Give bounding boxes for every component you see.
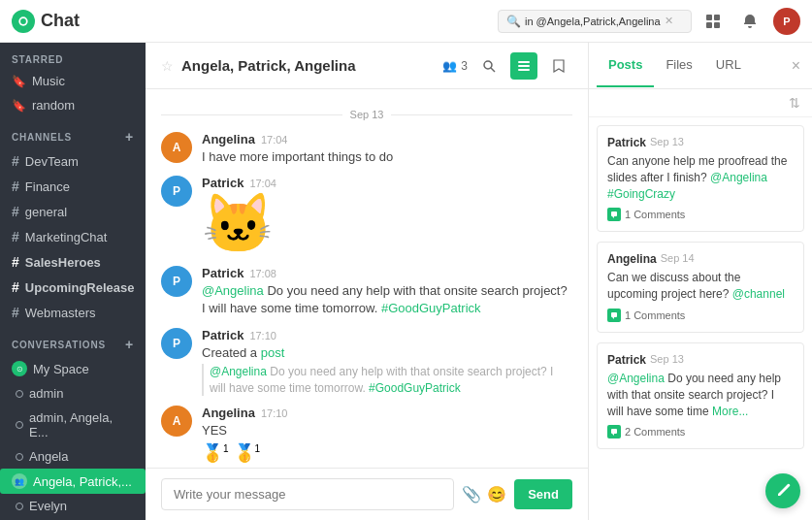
add-channel-icon[interactable]: + bbox=[125, 129, 134, 145]
sidebar-item-marketingchat[interactable]: # MarketingChat bbox=[0, 224, 146, 249]
sidebar-item-music[interactable]: 🔖 Music bbox=[0, 69, 146, 93]
message-text: Created a post bbox=[202, 344, 572, 362]
search-clear-icon[interactable]: ✕ bbox=[665, 15, 673, 27]
filter-icon[interactable]: ⇅ bbox=[789, 95, 800, 111]
bookmark-chat-icon[interactable] bbox=[545, 52, 572, 80]
right-panel: Posts Files URL × ⇅ Patrick Sep 13 Can a… bbox=[589, 43, 812, 520]
message-avatar: P bbox=[161, 176, 192, 207]
conversation-avatar: 👥 bbox=[12, 473, 27, 489]
svg-rect-5 bbox=[714, 22, 720, 28]
post-link[interactable]: post bbox=[261, 345, 285, 360]
sidebar-item-label: admin bbox=[29, 386, 63, 401]
post-text: Can we discuss about the upcoming projec… bbox=[607, 270, 794, 303]
sidebar-item-label: random bbox=[32, 98, 75, 113]
main-layout: STARRED 🔖 Music 🔖 random CHANNELS + # De… bbox=[0, 43, 812, 520]
chat-area: ☆ Angela, Patrick, Angelina 👥 3 Sep bbox=[146, 43, 589, 520]
emoji-icon[interactable]: 😊 bbox=[487, 485, 506, 504]
sidebar-item-upcomingrelease[interactable]: # UpcomingRelease bbox=[0, 275, 146, 300]
message-time: 17:08 bbox=[249, 268, 276, 279]
svg-point-1 bbox=[20, 18, 26, 24]
comment-count: 1 Comments bbox=[625, 209, 685, 220]
svg-rect-10 bbox=[518, 69, 530, 71]
search-input[interactable] bbox=[525, 16, 661, 27]
conversation-status bbox=[16, 421, 23, 429]
tab-files[interactable]: Files bbox=[654, 44, 703, 87]
sidebar-item-label: My Space bbox=[33, 362, 89, 376]
sidebar-item-random[interactable]: 🔖 random bbox=[0, 93, 146, 117]
message-text: I have more important things to do bbox=[202, 148, 572, 166]
sidebar-item-evelyn[interactable]: Evelyn bbox=[0, 494, 146, 518]
sidebar-item-general[interactable]: # general bbox=[0, 199, 146, 224]
chat-title: Angela, Patrick, Angelina bbox=[181, 57, 435, 74]
hashtag-link[interactable]: #GoodGuyPatrick bbox=[369, 381, 461, 395]
message-row: P Patrick 17:08 @Angelina Do you need an… bbox=[161, 266, 572, 317]
sidebar-item-finance[interactable]: # Finance bbox=[0, 174, 146, 199]
message-time: 17:04 bbox=[249, 178, 276, 189]
add-conversation-icon[interactable]: + bbox=[125, 337, 134, 352]
message-avatar: A bbox=[161, 406, 192, 437]
tab-posts[interactable]: Posts bbox=[597, 44, 654, 87]
search-bar[interactable]: 🔍 ✕ bbox=[498, 10, 692, 33]
post-date: Sep 13 bbox=[650, 136, 684, 149]
mention-link[interactable]: @Angelina bbox=[710, 171, 767, 184]
post-author: Patrick bbox=[607, 136, 646, 149]
post-card: Angelina Sep 14 Can we discuss about the… bbox=[597, 242, 804, 333]
more-link[interactable]: More... bbox=[712, 405, 748, 418]
svg-marker-12 bbox=[612, 216, 614, 218]
kebab-icon[interactable] bbox=[510, 52, 537, 80]
message-avatar: P bbox=[161, 266, 192, 297]
hashtag-link[interactable]: #GoodGuyPatrick bbox=[381, 301, 481, 315]
svg-rect-9 bbox=[518, 65, 530, 67]
panel-tabs: Posts Files URL bbox=[597, 44, 788, 87]
message-header: Angelina 17:04 bbox=[202, 132, 572, 146]
sidebar-item-admin-angela[interactable]: admin, Angela, E... bbox=[0, 406, 146, 444]
panel-close-icon[interactable]: × bbox=[788, 53, 804, 79]
conversations-section-title: CONVERSATIONS + bbox=[0, 325, 146, 356]
sidebar-item-devteam[interactable]: # DevTeam bbox=[0, 148, 146, 174]
bell-icon[interactable] bbox=[736, 8, 763, 35]
sidebar-item-webmasters[interactable]: # Webmasters bbox=[0, 300, 146, 325]
hash-icon: # bbox=[12, 153, 19, 169]
post-card: Patrick Sep 13 Can anyone help me proofr… bbox=[597, 125, 804, 232]
hashtag-link[interactable]: #GoingCrazy bbox=[607, 187, 675, 201]
search-chat-icon[interactable] bbox=[475, 52, 503, 80]
compose-fab[interactable] bbox=[765, 473, 800, 508]
message-text: @Angelina Do you need any help with that… bbox=[202, 282, 572, 317]
message-input[interactable] bbox=[161, 478, 454, 510]
sidebar-item-angela-patrick[interactable]: 👥 Angela, Patrick,... bbox=[0, 469, 146, 494]
app-title: Chat bbox=[41, 11, 80, 31]
sidebar-item-label: Webmasters bbox=[25, 306, 96, 320]
sidebar-item-admin1[interactable]: admin bbox=[0, 381, 146, 406]
send-button[interactable]: Send bbox=[514, 479, 572, 509]
post-card: Patrick Sep 13 @Angelina Do you need any… bbox=[597, 342, 804, 449]
mention-link[interactable]: @Angelina bbox=[202, 283, 264, 298]
svg-rect-13 bbox=[611, 312, 617, 317]
conversation-status bbox=[16, 503, 23, 510]
star-icon[interactable]: ☆ bbox=[161, 58, 174, 74]
mention-link[interactable]: @Angelina bbox=[210, 365, 267, 378]
panel-filter: ⇅ bbox=[589, 89, 812, 117]
sidebar-item-label: Angela, Patrick,... bbox=[33, 474, 132, 489]
post-comments[interactable]: 2 Comments bbox=[607, 425, 794, 439]
starred-section-title: STARRED bbox=[0, 43, 146, 69]
message-time: 17:10 bbox=[261, 407, 288, 419]
svg-rect-8 bbox=[518, 61, 530, 63]
grid-icon[interactable] bbox=[699, 8, 727, 35]
tab-url[interactable]: URL bbox=[704, 44, 753, 87]
post-comments[interactable]: 1 Comments bbox=[607, 309, 794, 322]
sidebar-item-angela[interactable]: Angela bbox=[0, 444, 146, 469]
message-author: Angelina bbox=[202, 132, 255, 146]
sidebar-item-myspace[interactable]: ⊙ My Space bbox=[0, 356, 146, 381]
message-sticker: 🐱 bbox=[202, 192, 572, 256]
message-header: Patrick 17:04 bbox=[202, 176, 572, 190]
message-header: Angelina 17:10 bbox=[202, 406, 572, 420]
svg-marker-16 bbox=[612, 434, 614, 436]
attachment-icon[interactable]: 📎 bbox=[462, 485, 481, 504]
post-date: Sep 14 bbox=[661, 252, 695, 266]
user-avatar[interactable]: P bbox=[773, 8, 800, 35]
message-content: Angelina 17:10 YES 🥇1 🥇1 bbox=[202, 406, 572, 463]
channel-link[interactable]: @channel bbox=[732, 287, 785, 301]
post-comments[interactable]: 1 Comments bbox=[607, 208, 794, 221]
mention-link[interactable]: @Angelina bbox=[607, 372, 665, 385]
sidebar-item-salesheroes[interactable]: # SalesHeroes bbox=[0, 249, 146, 275]
